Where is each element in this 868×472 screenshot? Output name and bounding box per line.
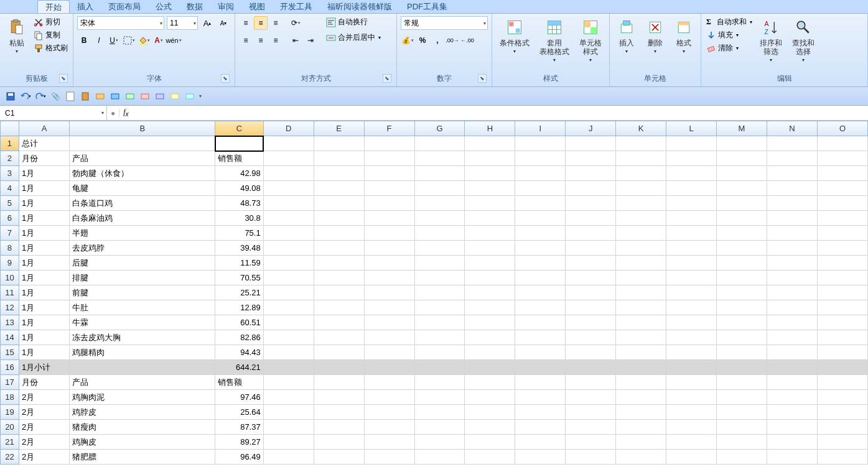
- cell-K4[interactable]: [616, 181, 666, 196]
- undo-button[interactable]: ▾: [20, 91, 31, 102]
- row-header-12[interactable]: 12: [1, 300, 19, 315]
- cell-F22[interactable]: [364, 450, 414, 465]
- cell-B21[interactable]: 鸡胸皮: [70, 435, 215, 450]
- row-header-1[interactable]: 1: [1, 136, 19, 151]
- comma-button[interactable]: ,: [431, 34, 444, 47]
- cell-H10[interactable]: [465, 271, 515, 285]
- cell-C8[interactable]: 39.48: [215, 241, 264, 256]
- cell-E21[interactable]: [314, 435, 364, 450]
- cell-K9[interactable]: [616, 256, 666, 271]
- cell-F8[interactable]: [364, 241, 414, 256]
- tab-6[interactable]: 视图: [241, 0, 273, 13]
- paste-button[interactable]: 粘贴▾: [4, 16, 30, 58]
- cell-F1[interactable]: [364, 136, 414, 151]
- cell-I19[interactable]: [515, 405, 566, 420]
- cell-J5[interactable]: [566, 196, 616, 211]
- cell-B14[interactable]: 冻去皮鸡大胸: [70, 330, 215, 345]
- cell-J11[interactable]: [566, 285, 616, 300]
- cell-K3[interactable]: [616, 166, 666, 181]
- row-header-21[interactable]: 21: [1, 435, 19, 450]
- row-header-20[interactable]: 20: [1, 420, 19, 435]
- cell-F5[interactable]: [364, 196, 414, 211]
- cell-J2[interactable]: [566, 151, 616, 166]
- col-header-G[interactable]: G: [414, 121, 465, 136]
- cell-L19[interactable]: [666, 405, 717, 420]
- cell-M22[interactable]: [717, 450, 767, 465]
- cell-K19[interactable]: [616, 405, 666, 420]
- cell-B7[interactable]: 半翅: [70, 226, 215, 241]
- cell-M20[interactable]: [717, 420, 767, 435]
- row-header-5[interactable]: 5: [1, 196, 19, 211]
- cell-N2[interactable]: [767, 151, 817, 166]
- cell-M6[interactable]: [717, 211, 767, 226]
- cell-B2[interactable]: 产品: [70, 151, 215, 166]
- col-header-J[interactable]: J: [566, 121, 616, 136]
- cell-E18[interactable]: [314, 390, 364, 405]
- cell-E9[interactable]: [314, 256, 364, 271]
- cell-C18[interactable]: 97.46: [215, 390, 264, 405]
- cell-F17[interactable]: [364, 375, 414, 390]
- cell-C17[interactable]: 销售额: [215, 375, 264, 390]
- format-painter-button[interactable]: 格式刷: [32, 42, 69, 54]
- cell-N14[interactable]: [767, 330, 817, 345]
- cell-N5[interactable]: [767, 196, 817, 211]
- cell-O5[interactable]: [817, 196, 867, 211]
- cell-K15[interactable]: [616, 345, 666, 360]
- cell-F7[interactable]: [364, 226, 414, 241]
- align-left-button[interactable]: ≡: [239, 34, 253, 47]
- cell-N1[interactable]: [767, 136, 817, 151]
- align-middle-button[interactable]: ≡: [254, 16, 268, 30]
- cell-I14[interactable]: [515, 330, 566, 345]
- cell-A14[interactable]: 1月: [19, 330, 70, 345]
- cell-J18[interactable]: [566, 390, 616, 405]
- cell-F18[interactable]: [364, 390, 414, 405]
- cell-H3[interactable]: [465, 166, 515, 181]
- cell-E16[interactable]: [314, 360, 364, 375]
- row-header-7[interactable]: 7: [1, 226, 19, 241]
- cell-E10[interactable]: [314, 271, 364, 285]
- cell-O22[interactable]: [817, 450, 867, 465]
- cell-L22[interactable]: [666, 450, 717, 465]
- cell-O16[interactable]: [817, 360, 867, 375]
- cell-I10[interactable]: [515, 271, 566, 285]
- cell-O4[interactable]: [817, 181, 867, 196]
- underline-button[interactable]: U▾: [107, 34, 121, 47]
- cell-L4[interactable]: [666, 181, 717, 196]
- cell-H8[interactable]: [465, 241, 515, 256]
- qat-btn-6[interactable]: [110, 91, 121, 102]
- align-right-button[interactable]: ≡: [269, 34, 282, 47]
- cell-D11[interactable]: [263, 285, 314, 300]
- cell-O7[interactable]: [817, 226, 867, 241]
- tab-1[interactable]: 插入: [70, 0, 101, 13]
- cell-M15[interactable]: [717, 345, 767, 360]
- border-button[interactable]: ▾: [122, 34, 136, 47]
- cell-B16[interactable]: [70, 360, 215, 375]
- cell-G19[interactable]: [414, 405, 465, 420]
- cell-G8[interactable]: [414, 241, 465, 256]
- percent-button[interactable]: %: [416, 34, 429, 47]
- row-header-22[interactable]: 22: [1, 450, 19, 465]
- cell-H18[interactable]: [465, 390, 515, 405]
- cell-B10[interactable]: 排腱: [70, 271, 215, 285]
- row-header-19[interactable]: 19: [1, 405, 19, 420]
- cell-N12[interactable]: [767, 300, 817, 315]
- cell-D12[interactable]: [263, 300, 314, 315]
- cell-A22[interactable]: 2月: [19, 450, 70, 465]
- cell-J4[interactable]: [566, 181, 616, 196]
- col-header-F[interactable]: F: [364, 121, 414, 136]
- cell-G22[interactable]: [414, 450, 465, 465]
- row-header-9[interactable]: 9: [1, 256, 19, 271]
- cell-A3[interactable]: 1月: [19, 166, 70, 181]
- cell-K22[interactable]: [616, 450, 666, 465]
- cell-N7[interactable]: [767, 226, 817, 241]
- qat-btn-9[interactable]: [154, 91, 166, 102]
- cell-O11[interactable]: [817, 285, 867, 300]
- col-header-N[interactable]: N: [767, 121, 817, 136]
- cell-C16[interactable]: 644.21: [215, 360, 264, 375]
- cell-K8[interactable]: [616, 241, 666, 256]
- cell-O17[interactable]: [817, 375, 867, 390]
- sort-filter-button[interactable]: AZ 排序和 筛选▾: [756, 16, 786, 67]
- cell-C22[interactable]: 96.49: [215, 450, 264, 465]
- cell-B3[interactable]: 勃肉腱（休食）: [70, 166, 215, 181]
- cell-M3[interactable]: [717, 166, 767, 181]
